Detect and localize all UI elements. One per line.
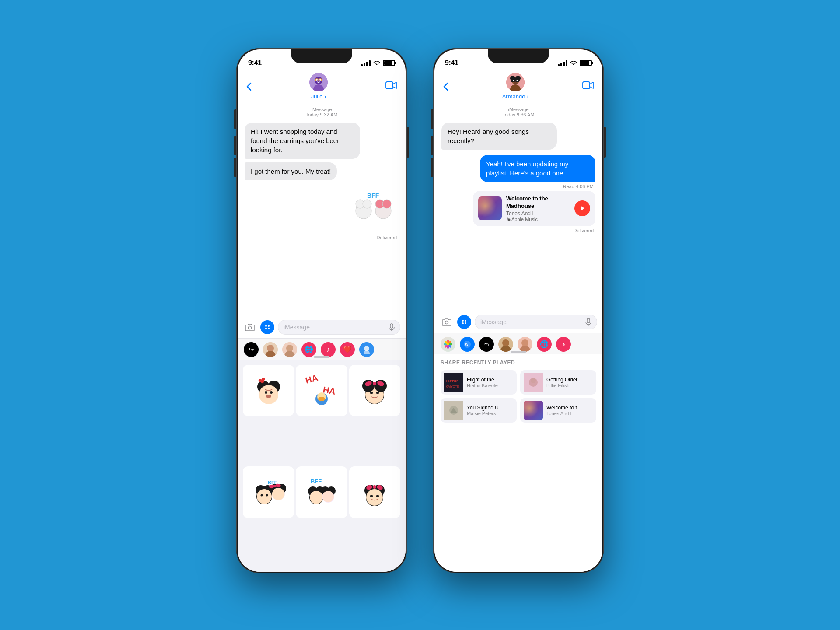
contact-info-left[interactable]: Julie › [309,73,328,100]
status-time-right: 9:41 [445,59,458,67]
share-item-3[interactable]: You Signed U... Maisie Peters [441,398,517,423]
svg-point-56 [260,494,262,496]
back-button-right[interactable] [443,82,448,91]
play-button[interactable] [574,200,590,216]
svg-point-74 [322,491,334,502]
camera-button-right[interactable] [440,315,454,329]
message-input-left[interactable]: iMessage [278,320,400,335]
svg-point-82 [370,495,373,497]
svg-text:BFF: BFF [311,478,322,485]
video-button-left[interactable] [385,81,397,92]
back-button-left[interactable] [246,82,252,91]
svg-point-42 [318,397,325,401]
share-artist-3: Maisie Peters [467,411,513,416]
svg-rect-8 [386,82,393,89]
bff-sticker-art: BFF [350,189,399,228]
camera-button-left[interactable] [243,320,257,334]
svg-point-91 [516,80,518,81]
svg-text:BFF: BFF [367,192,379,199]
sticker-grid-left: HA HA [238,360,406,572]
share-item-4[interactable]: Welcome to t... Tones And I [520,398,596,423]
svg-rect-99 [587,318,590,323]
photos-icon-right[interactable] [441,337,455,352]
share-recently-played-panel: SHARE RECENTLY PLAYED HIATUS KAIYOTE Fli… [434,354,602,572]
svg-point-94 [445,321,448,324]
music-icon-left[interactable]: ♪ [321,342,336,357]
svg-point-116 [522,340,528,346]
svg-point-96 [465,320,466,322]
svg-rect-93 [583,82,590,89]
signal-icon-left [361,60,371,66]
svg-point-97 [462,322,464,324]
share-panel-title: SHARE RECENTLY PLAYED [441,360,596,366]
contact-info-right[interactable]: Armando › [502,73,529,100]
sticker-4[interactable]: BFF [243,466,294,518]
memoji-3-icon[interactable] [498,337,513,352]
svg-point-11 [363,200,371,208]
message-input-right[interactable]: iMessage [475,315,597,329]
date-label-right: iMessage Today 9:36 AM [441,107,595,117]
share-album-1: HIATUS KAIYOTE [444,373,463,392]
notch-right [488,49,549,63]
music-icon-right[interactable]: ♪ [556,337,571,352]
memoji-1-icon[interactable] [263,342,278,357]
apps-button-right[interactable] [457,315,471,329]
svg-point-95 [462,320,464,322]
svg-point-36 [270,391,273,394]
svg-point-18 [268,325,270,327]
messages-area-right: iMessage Today 9:36 AM Hey! Heard any go… [434,103,602,311]
read-label-right: Read 4:06 PM [441,184,595,189]
apps-tray-right: A Pay 🌐 ♪ [434,333,602,354]
music-info: Welcome to the Madhouse Tones And I Appl… [506,195,570,222]
message-bubble-right-1: Hey! Heard any good songs recently? [441,122,557,150]
svg-point-30 [364,350,370,354]
share-info-2: Getting Older Billie Eilish [546,377,593,388]
share-artist-1: Hiatus Kaiyote [467,383,513,388]
apps-button-left[interactable] [260,320,274,334]
svg-point-123 [531,378,536,383]
svg-point-20 [268,328,270,329]
svg-point-90 [513,80,514,81]
music-card[interactable]: Welcome to the Madhouse Tones And I Appl… [473,191,595,226]
wifi-icon-right [570,60,577,66]
svg-point-83 [376,495,379,497]
message-bubble-1: Hi! I went shopping today and found the … [245,122,360,159]
memoji-4-icon[interactable] [518,337,532,352]
share-artist-2: Billie Eilish [546,383,593,388]
sticker-2[interactable]: HA HA [296,365,347,416]
svg-rect-21 [390,324,393,328]
apple-pay-icon-right[interactable]: Pay [479,337,494,352]
memoji-2-icon[interactable] [282,342,297,357]
apps-tray-left: Pay 🌐 ♪ ❤️ [238,338,406,360]
sticker-3[interactable] [349,365,400,416]
sticker-1[interactable] [243,365,294,416]
app-store-icon-right[interactable]: A [460,337,475,352]
sticker-5[interactable]: BFF [296,466,347,518]
blue-char-icon[interactable] [359,342,374,357]
notch-left [291,49,352,63]
music-album-art [478,196,502,220]
heart-icon-left[interactable]: ❤️ [340,342,355,357]
svg-point-27 [286,345,293,352]
svg-text:HIATUS: HIATUS [446,379,459,383]
share-item-2[interactable]: Getting Older Billie Eilish [520,370,596,395]
share-info-1: Flight of the... Hiatus Kaiyote [467,377,513,388]
video-button-right[interactable] [582,81,594,92]
svg-point-62 [272,488,284,500]
phones-container: 9:41 [236,48,604,573]
share-info-4: Welcome to t... Tones And I [546,405,593,416]
svg-rect-89 [511,78,519,82]
globe-icon-left[interactable]: 🌐 [301,342,316,357]
globe-icon-right[interactable]: 🌐 [537,337,552,352]
apple-pay-icon-left[interactable]: Pay [244,342,259,357]
nav-header-left: Julie › [238,71,406,103]
svg-point-35 [265,391,267,394]
svg-text:A: A [465,342,468,347]
sticker-6[interactable] [349,466,400,518]
svg-point-51 [376,392,379,394]
phone-left: 9:41 [236,48,407,573]
tray-handle-right [511,351,526,353]
nav-header-right: Armando › [434,71,602,103]
svg-point-65 [274,485,276,487]
share-item-1[interactable]: HIATUS KAIYOTE Flight of the... Hiatus K… [441,370,517,395]
